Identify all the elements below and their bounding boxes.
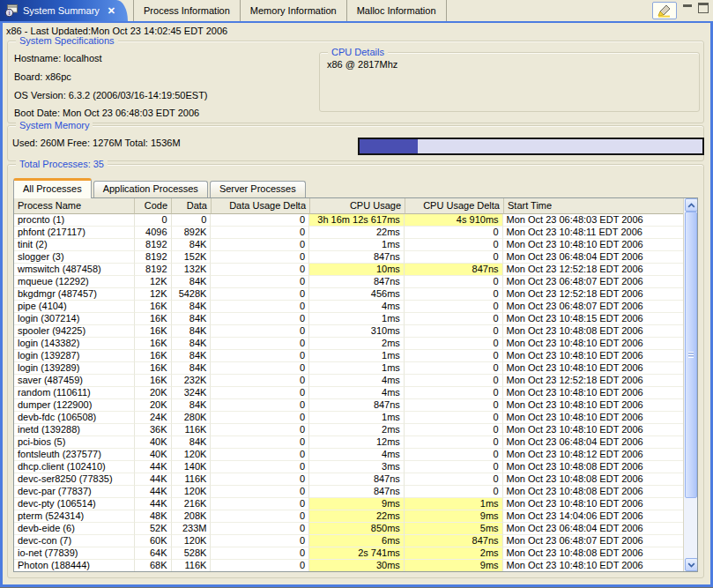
cell: 4ms <box>309 375 405 387</box>
cpu-details-title: CPU Details <box>328 47 388 57</box>
cell: devb-fdc (106508) <box>14 412 135 424</box>
cell: 0 <box>211 362 309 375</box>
column-header-process-name[interactable]: Process Name <box>14 198 135 214</box>
cell: 6ms <box>309 535 405 547</box>
cell: 84K <box>172 301 212 313</box>
table-row[interactable]: dhcp.client (102410)44K140K03ms0Mon Oct … <box>14 461 683 473</box>
table-row[interactable]: slogger (3)8192152K0847ns0Mon Oct 23 06:… <box>14 251 683 264</box>
maximize-icon[interactable] <box>698 3 709 13</box>
table-row[interactable]: devc-con (7)60K120K06ms847nsMon Oct 23 0… <box>14 535 683 547</box>
table-row[interactable]: login (143382)16K84K02ms0Mon Oct 23 10:4… <box>14 338 683 350</box>
process-tab-strip: All Processes Application Processes Serv… <box>13 177 308 197</box>
cell: 0 <box>211 227 309 239</box>
cell: 528K <box>172 547 212 560</box>
table-row[interactable]: random (110611)20K324K04ms0Mon Oct 23 10… <box>14 387 683 399</box>
column-header-cpu-usage-delta[interactable]: CPU Usage Delta <box>405 198 504 214</box>
cell: 4ms <box>309 449 405 461</box>
close-icon[interactable]: ✕ <box>108 5 115 17</box>
tab-memory-information[interactable]: Memory Information <box>241 0 347 21</box>
cell: 84K <box>172 276 212 288</box>
cell: 2ms <box>309 338 405 350</box>
cell: Mon Oct 23 10:48:08 EDT 2006 <box>503 486 683 498</box>
table-row[interactable]: mqueue (12292)12K84K0847ns0Mon Oct 23 06… <box>14 276 683 288</box>
cell: 22ms <box>309 510 405 523</box>
cell: 847ns <box>309 473 405 486</box>
table-row[interactable]: dumper (122900)20K84K0847ns0Mon Oct 23 1… <box>14 399 683 412</box>
cell: 0 <box>211 214 309 227</box>
scroll-down-button[interactable] <box>685 558 698 571</box>
scrollbar-thumb[interactable] <box>685 212 697 498</box>
table-row[interactable]: phfont (217117)4096892K022ms0Mon Oct 23 … <box>14 227 683 239</box>
table-row[interactable]: wmswitch (487458)8192132K010ms847nsMon O… <box>14 264 683 276</box>
scroll-up-button[interactable] <box>685 198 698 212</box>
table-row[interactable]: bkgdmgr (487457)12K5428K0456ms0Mon Oct 2… <box>14 288 683 301</box>
cell: 64K <box>135 547 172 560</box>
table-row[interactable]: Photon (188444)68K116K030ms9msMon Oct 23… <box>14 560 683 572</box>
cell: 24K <box>135 412 172 424</box>
tab-process-information[interactable]: Process Information <box>133 0 241 21</box>
table-row[interactable]: io-net (77839)64K528K02s 741ms2msMon Oct… <box>14 547 683 560</box>
table-row[interactable]: inetd (139288)36K116K02ms0Mon Oct 23 10:… <box>14 424 683 436</box>
column-header-code[interactable]: Code <box>135 198 172 214</box>
cell: 0 <box>211 375 309 387</box>
table-row[interactable]: devc-par (77837)44K120K0847ns0Mon Oct 23… <box>14 486 683 498</box>
table-row[interactable]: tinit (2)819284K01ms0Mon Oct 23 10:48:10… <box>14 239 683 251</box>
table-row[interactable]: devb-eide (6)52K233M0850ms5msMon Oct 23 … <box>14 523 683 535</box>
table-row[interactable]: procnto (1)0003h 16m 12s 617ms4s 910msMo… <box>14 214 683 227</box>
cell: 20K <box>135 387 172 399</box>
cell: 0 <box>405 486 503 498</box>
cell: 0 <box>211 498 309 510</box>
cell: io-net (77839) <box>14 547 135 560</box>
table-header-row: Process NameCodeDataData Usage DeltaCPU … <box>14 198 697 214</box>
system-summary-icon: i <box>4 4 19 18</box>
tab-all-processes[interactable]: All Processes <box>13 178 92 198</box>
cell: 0 <box>405 338 503 350</box>
cell: random (110611) <box>14 387 135 399</box>
tab-application-processes[interactable]: Application Processes <box>93 181 208 197</box>
svg-text:i: i <box>8 9 10 17</box>
table-row[interactable]: pipe (4104)16K84K04ms0Mon Oct 23 06:48:0… <box>14 301 683 313</box>
table-row[interactable]: devb-fdc (106508)24K280K01ms0Mon Oct 23 … <box>14 412 683 424</box>
table-row[interactable]: login (139287)16K84K01ms0Mon Oct 23 10:4… <box>14 350 683 362</box>
table-row[interactable]: spooler (94225)16K84K0310ms0Mon Oct 23 1… <box>14 325 683 338</box>
table-row[interactable]: login (139289)16K84K01ms0Mon Oct 23 10:4… <box>14 362 683 375</box>
tab-system-summary[interactable]: i System Summary ✕ <box>0 0 128 21</box>
cell: 847ns <box>309 399 405 412</box>
cell: 20K <box>135 399 172 412</box>
cell: phfont (217117) <box>14 227 135 239</box>
cell: 8192 <box>135 251 172 264</box>
column-header-data[interactable]: Data <box>172 198 212 214</box>
table-row[interactable]: login (307214)16K84K01ms0Mon Oct 23 10:4… <box>14 313 683 325</box>
cell: 0 <box>211 523 309 535</box>
cell: 0 <box>405 375 503 387</box>
cell: 10ms <box>309 264 405 276</box>
cell: mqueue (12292) <box>14 276 135 288</box>
cell: saver (487459) <box>14 375 135 387</box>
chevron-up-icon <box>687 203 695 208</box>
cell: 456ms <box>309 288 405 301</box>
cell: 1ms <box>405 498 503 510</box>
cell: Mon Oct 23 06:48:04 EDT 2006 <box>503 523 683 535</box>
cell: procnto (1) <box>14 214 135 227</box>
cell: 0 <box>405 288 503 301</box>
cell: 40K <box>135 436 172 449</box>
table-row[interactable]: saver (487459)16K232K04ms0Mon Oct 23 12:… <box>14 375 683 387</box>
tab-malloc-information[interactable]: Malloc Information <box>347 0 447 21</box>
table-row[interactable]: devc-ser8250 (77835)44K116K0847ns0Mon Oc… <box>14 473 683 486</box>
table-row[interactable]: pterm (524314)48K208K022ms9msMon Oct 23 … <box>14 510 683 523</box>
highlight-toggle-button[interactable] <box>652 2 677 19</box>
cell: 84K <box>172 338 212 350</box>
vertical-scrollbar[interactable] <box>683 198 697 571</box>
column-header-data-usage-delta[interactable]: Data Usage Delta <box>212 198 310 214</box>
cell: 0 <box>405 449 503 461</box>
table-row[interactable]: pci-bios (5)40K84K012ms0Mon Oct 23 06:48… <box>14 436 683 449</box>
table-row[interactable]: fontsleuth (237577)40K120K04ms0Mon Oct 2… <box>14 449 683 461</box>
table-row[interactable]: devc-pty (106514)44K216K09ms1msMon Oct 2… <box>14 498 683 510</box>
cell: 847ns <box>309 251 405 264</box>
tab-server-processes[interactable]: Server Processes <box>210 181 306 197</box>
cell: 208K <box>172 510 212 523</box>
column-header-cpu-usage[interactable]: CPU Usage <box>310 198 405 214</box>
minimize-icon[interactable] <box>683 4 692 7</box>
cell: Mon Oct 23 10:48:15 EDT 2006 <box>503 313 683 325</box>
column-header-start-time[interactable]: Start Time <box>504 198 685 214</box>
